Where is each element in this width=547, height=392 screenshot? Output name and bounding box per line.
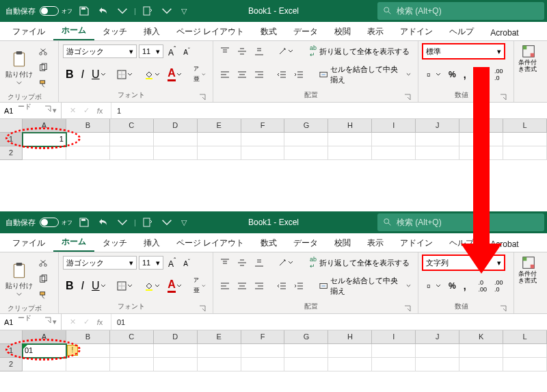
column-header[interactable]: L [503,119,547,133]
tab-help[interactable]: ヘルプ [441,234,482,252]
column-header[interactable]: H [328,119,372,133]
orientation-button[interactable] [275,44,296,59]
cell[interactable] [66,133,110,146]
formula-input[interactable]: 01 [111,318,547,326]
cell[interactable] [154,133,198,146]
cell[interactable] [198,358,241,371]
percent-button[interactable]: % [446,278,459,293]
tab-acrobat[interactable]: Acrobat [482,25,526,40]
cell[interactable] [198,133,241,146]
cell[interactable] [416,133,459,146]
cancel-formula-icon[interactable]: ✕ [66,106,79,115]
column-header[interactable]: I [372,330,416,344]
search-box[interactable]: 検索 (Alt+Q) [377,2,544,20]
column-header[interactable]: H [328,330,372,344]
cell[interactable] [503,358,547,371]
cell[interactable] [459,344,503,358]
column-header[interactable]: A [23,330,66,344]
decrease-indent-icon[interactable] [274,278,289,293]
column-header[interactable]: B [66,330,110,344]
fill-color-button[interactable] [142,67,163,82]
search-box[interactable]: 検索 (Alt+Q) [377,213,544,231]
select-all-corner[interactable] [0,119,23,133]
cell[interactable] [198,344,241,358]
enter-formula-icon[interactable]: ✓ [79,317,93,326]
spreadsheet-grid[interactable]: A B C D E F G H I J K L 1 1 2 [0,119,547,163]
font-color-button[interactable]: A [165,67,185,82]
border-button[interactable] [114,67,135,82]
tab-data[interactable]: データ [285,23,326,40]
column-header[interactable]: J [416,119,459,133]
align-bottom-icon[interactable] [252,255,267,270]
tab-acrobat[interactable]: Acrobat [482,236,526,252]
cell[interactable] [66,146,110,160]
chevron-down-icon[interactable] [115,215,130,230]
phonetic-button[interactable]: ア亜 [191,278,209,293]
column-header[interactable]: G [284,119,328,133]
chevron-down-icon[interactable] [115,3,130,18]
column-header[interactable]: K [459,119,503,133]
align-center-icon[interactable] [235,67,250,82]
tab-touch[interactable]: タッチ [94,23,135,40]
copy-icon[interactable] [36,60,51,75]
bold-button[interactable]: B [63,278,77,293]
tab-touch[interactable]: タッチ [94,234,135,252]
currency-button[interactable]: ¤ [423,67,444,82]
align-top-icon[interactable] [217,255,232,270]
column-header[interactable]: F [241,330,285,344]
cell[interactable] [416,146,459,160]
undo-icon[interactable] [96,215,111,230]
cell[interactable] [372,146,416,160]
italic-button[interactable]: I [79,67,87,82]
align-right-icon[interactable] [252,67,267,82]
cell[interactable] [328,133,372,146]
paste-button[interactable]: 貼り付け [4,255,34,303]
cell[interactable] [459,146,503,160]
error-trace-button[interactable]: ! [67,345,78,356]
column-header[interactable]: J [416,330,459,344]
increase-decimal-icon[interactable]: .0.00 [476,67,490,82]
tab-pagelayout[interactable]: ページ レイアウト [168,23,252,40]
decrease-decimal-icon[interactable]: .00.0 [492,67,506,82]
column-header[interactable]: C [110,330,154,344]
cell[interactable] [110,358,154,371]
increase-decimal-icon[interactable]: .0.00 [476,278,490,293]
tab-insert[interactable]: 挿入 [135,23,168,40]
currency-button[interactable]: ¤ [423,278,444,293]
column-header[interactable]: I [372,119,416,133]
number-dialog-launcher[interactable] [500,91,509,101]
cell[interactable] [503,133,547,146]
column-header[interactable]: D [154,330,198,344]
underline-button[interactable]: U [89,67,109,82]
format-painter-icon[interactable] [36,288,51,303]
bold-button[interactable]: B [63,67,77,82]
cell[interactable] [459,358,503,371]
underline-button[interactable]: U [89,278,109,293]
cell[interactable] [416,344,459,358]
column-header[interactable]: E [198,119,241,133]
comma-button[interactable]: , [461,67,469,82]
cell[interactable] [459,133,503,146]
font-size-selector[interactable]: 11▾ [139,256,163,270]
cell-a1[interactable]: 1 [23,133,66,146]
tab-view[interactable]: 表示 [359,23,392,40]
fill-color-button[interactable] [142,278,163,293]
increase-indent-icon[interactable] [291,278,306,293]
merge-center-button[interactable]: セルを結合して中央揃え [317,67,414,82]
decrease-indent-icon[interactable] [274,67,289,82]
cell[interactable] [154,358,198,371]
increase-indent-icon[interactable] [291,67,306,82]
paste-button[interactable]: 貼り付け [4,44,34,92]
cell[interactable] [241,133,285,146]
cut-icon[interactable] [36,44,51,59]
column-header[interactable]: D [154,119,198,133]
clipboard-dialog-launcher[interactable] [44,314,54,324]
chevron-down-icon[interactable] [159,215,174,230]
column-header[interactable]: K [459,330,503,344]
autosave-toggle[interactable] [40,6,59,16]
cell[interactable] [110,344,154,358]
cell-a1[interactable]: 01 ! [23,344,66,358]
column-header[interactable]: E [198,330,241,344]
increase-font-icon[interactable]: Aˆ [165,255,178,270]
font-dialog-launcher[interactable] [199,91,209,101]
